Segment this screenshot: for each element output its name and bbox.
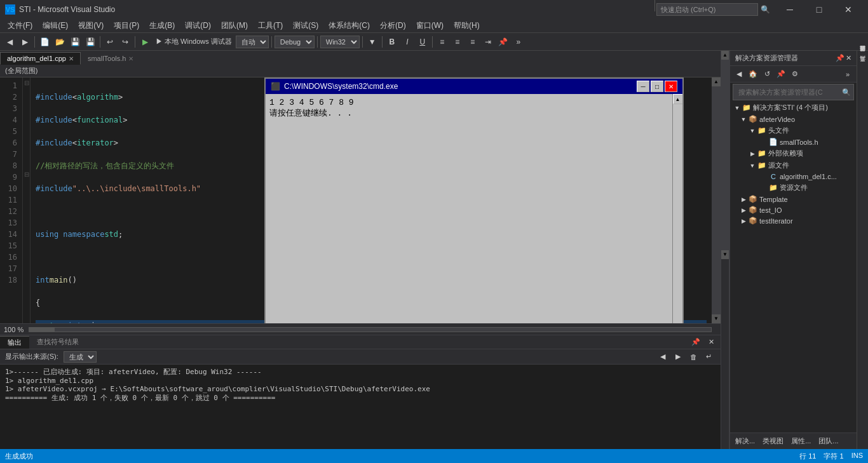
- cmd-scroll-up[interactable]: ▲: [673, 94, 683, 104]
- solution-search-input[interactable]: [736, 86, 837, 98]
- editor-content[interactable]: 12345 678910 1112131415 161718 ⊟ ⊟ #incl…: [0, 77, 721, 323]
- cmd-scrollbar[interactable]: ▲ ▼: [672, 94, 682, 323]
- restore-button[interactable]: □: [804, 0, 834, 19]
- save-all-button[interactable]: 💾: [83, 35, 97, 49]
- menu-edit[interactable]: 编辑(E): [37, 19, 73, 33]
- open-file-button[interactable]: 📂: [53, 35, 67, 49]
- se-back-button[interactable]: ◀: [733, 68, 745, 81]
- menu-debug[interactable]: 调试(D): [180, 19, 216, 33]
- indent-button[interactable]: ⇥: [481, 35, 495, 49]
- output-close-button[interactable]: ✕: [704, 335, 718, 349]
- tree-solution[interactable]: ▼ 📁 解决方案'STI' (4 个项目): [730, 102, 857, 114]
- se-pin-button[interactable]: 📌: [775, 68, 787, 81]
- menu-view[interactable]: 视图(V): [73, 19, 109, 33]
- menu-project[interactable]: 项目(P): [109, 19, 144, 33]
- run-button[interactable]: ▶: [138, 35, 152, 49]
- editor-scrollbar[interactable]: ▲ ▼: [712, 77, 721, 323]
- close-button[interactable]: ✕: [834, 0, 863, 19]
- tree-source-files[interactable]: ▼ 📁 源文件: [730, 159, 857, 171]
- align-center-button[interactable]: ≡: [451, 35, 465, 49]
- tab-smalltools-close[interactable]: ✕: [128, 55, 133, 62]
- output-pin-button[interactable]: 📌: [689, 335, 703, 349]
- output-source-select[interactable]: 生成: [64, 351, 97, 363]
- tree-algorithm-file[interactable]: C algorithm_del1.c...: [730, 171, 857, 182]
- new-file-button[interactable]: 📄: [37, 35, 51, 49]
- menu-test[interactable]: 测试(S): [288, 19, 323, 33]
- solution-expand-arrow[interactable]: ▼: [733, 105, 742, 111]
- menu-build[interactable]: 生成(B): [144, 19, 180, 33]
- tree-template[interactable]: ▶ 📦 Template: [730, 194, 857, 205]
- output-tab-output[interactable]: 输出: [0, 336, 29, 349]
- footer-classview-button[interactable]: 类视图: [760, 436, 786, 446]
- accent-server-explorer[interactable]: 服务器资源管理器: [857, 51, 868, 61]
- headerfiles-expand-arrow[interactable]: ▼: [748, 128, 757, 134]
- minimize-button[interactable]: ─: [775, 0, 804, 19]
- se-refresh-button[interactable]: ↺: [761, 68, 773, 81]
- toolbar-extra-button[interactable]: ▼: [365, 35, 379, 49]
- testio-expand-arrow[interactable]: ▶: [739, 207, 748, 213]
- auto-select[interactable]: 自动: [236, 36, 269, 48]
- italic-button[interactable]: I: [400, 35, 414, 49]
- menu-analyze[interactable]: 分析(D): [375, 19, 411, 33]
- footer-team-button[interactable]: 团队...: [816, 436, 841, 446]
- back-button[interactable]: ◀: [3, 35, 17, 49]
- underline-button[interactable]: U: [416, 35, 430, 49]
- accent-scroll-up[interactable]: ▲: [721, 51, 729, 60]
- tree-test-io[interactable]: ▶ 📦 test_IO: [730, 205, 857, 215]
- output-clear-button[interactable]: 🗑: [686, 350, 700, 364]
- zoom-level[interactable]: 100 %: [4, 326, 24, 333]
- output-prev-button[interactable]: ◀: [656, 350, 670, 364]
- align-left-button[interactable]: ≡: [435, 35, 449, 49]
- tree-project-afetervideo[interactable]: ▼ 📦 afeterVideo: [730, 114, 857, 124]
- menu-team[interactable]: 团队(M): [216, 19, 253, 33]
- debug-config-select[interactable]: Debug: [275, 36, 315, 48]
- output-next-button[interactable]: ▶: [671, 350, 685, 364]
- accent-toolbox[interactable]: 工具箱: [857, 61, 868, 71]
- tab-smalltools[interactable]: smallTools.h ✕: [81, 52, 141, 65]
- cmd-minimize-button[interactable]: ─: [637, 81, 649, 92]
- toolbar-pin-button[interactable]: 📌: [496, 35, 510, 49]
- search-icon[interactable]: 🔍: [761, 5, 770, 14]
- sourcefiles-expand-arrow[interactable]: ▼: [748, 163, 757, 169]
- quick-launch-input[interactable]: 快速启动 (Ctrl+Q): [656, 3, 758, 16]
- tree-test-iterator[interactable]: ▶ 📦 testIterator: [730, 215, 857, 226]
- cmd-restore-button[interactable]: □: [651, 81, 663, 92]
- tree-resource-files[interactable]: 📁 资源文件: [730, 182, 857, 194]
- testiterator-expand-arrow[interactable]: ▶: [739, 218, 748, 224]
- menu-architecture[interactable]: 体系结构(C): [323, 19, 375, 33]
- menu-help[interactable]: 帮助(H): [449, 19, 485, 33]
- externaldeps-expand-arrow[interactable]: ▶: [748, 151, 757, 157]
- pin-icon[interactable]: 📌: [836, 54, 844, 62]
- save-button[interactable]: 💾: [68, 35, 82, 49]
- toolbar-expand-button[interactable]: »: [512, 35, 526, 49]
- se-home-button[interactable]: 🏠: [747, 68, 759, 81]
- close-icon[interactable]: ✕: [846, 54, 851, 62]
- tree-smalltools-h[interactable]: 📄 smallTools.h: [730, 137, 857, 147]
- redo-button[interactable]: ↪: [118, 35, 132, 49]
- cmd-close-button[interactable]: ✕: [665, 81, 677, 92]
- tab-algorithm-close[interactable]: ✕: [69, 55, 74, 62]
- footer-properties-button[interactable]: 属性...: [789, 436, 813, 446]
- cmd-window[interactable]: ⬛ C:\WINDOWS\system32\cmd.exe ─ □ ✕ 1 2 …: [264, 77, 684, 323]
- menu-window[interactable]: 窗口(W): [411, 19, 449, 33]
- se-expand-button[interactable]: »: [841, 68, 854, 81]
- forward-button[interactable]: ▶: [18, 35, 32, 49]
- tab-algorithm[interactable]: algorithm_del1.cpp ✕: [0, 52, 81, 65]
- footer-solution-button[interactable]: 解决...: [733, 436, 757, 446]
- menu-file[interactable]: 文件(F): [3, 19, 37, 33]
- undo-button[interactable]: ↩: [103, 35, 117, 49]
- output-tab-find[interactable]: 查找符号结果: [29, 336, 86, 348]
- template-expand-arrow[interactable]: ▶: [739, 196, 748, 203]
- output-wrap-button[interactable]: ↵: [702, 350, 715, 364]
- tree-header-files[interactable]: ▼ 📁 头文件: [730, 124, 857, 137]
- menu-tools[interactable]: 工具(T): [253, 19, 288, 33]
- bold-button[interactable]: B: [385, 35, 399, 49]
- se-settings-button[interactable]: ⚙: [789, 68, 801, 81]
- align-right-button[interactable]: ≡: [466, 35, 480, 49]
- search-icon[interactable]: 🔍: [839, 88, 853, 97]
- horizontal-scrollbar[interactable]: [29, 327, 712, 332]
- afetervideo-expand-arrow[interactable]: ▼: [739, 116, 748, 123]
- tree-external-deps[interactable]: ▶ 📁 外部依赖项: [730, 147, 857, 159]
- platform-select[interactable]: Win32: [320, 36, 360, 48]
- accent-scroll-down[interactable]: ▼: [721, 250, 729, 259]
